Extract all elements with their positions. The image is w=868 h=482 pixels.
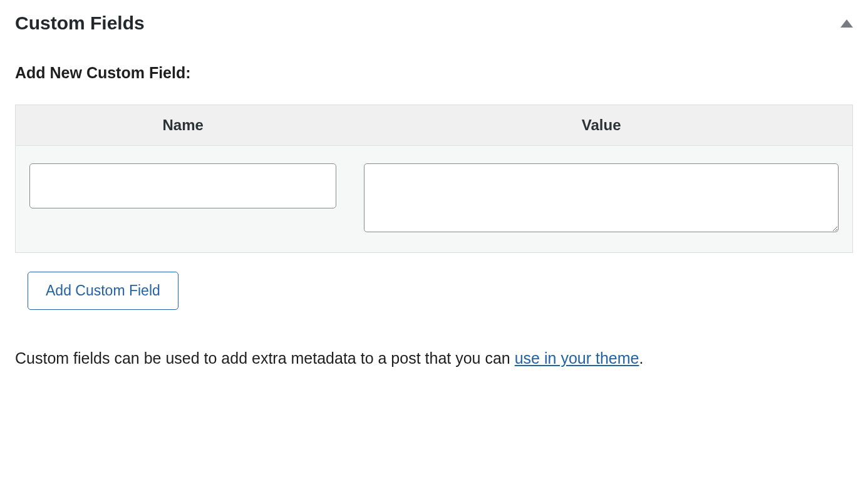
description-text-before: Custom fields can be used to add extra m… (15, 349, 515, 367)
table-input-row (16, 146, 853, 253)
table-header-row: Name Value (16, 105, 853, 146)
column-header-value: Value (350, 105, 852, 146)
value-textarea[interactable] (364, 163, 839, 232)
column-header-name: Name (16, 105, 351, 146)
add-custom-field-button[interactable]: Add Custom Field (28, 272, 178, 310)
name-input[interactable] (29, 163, 336, 208)
use-in-theme-link[interactable]: use in your theme (515, 349, 639, 367)
add-new-subheading: Add New Custom Field: (15, 64, 853, 82)
custom-fields-table: Name Value (15, 105, 853, 253)
collapse-up-icon[interactable] (840, 19, 853, 28)
panel-title: Custom Fields (15, 13, 145, 34)
description-text: Custom fields can be used to add extra m… (15, 346, 853, 371)
description-text-after: . (639, 349, 643, 367)
panel-header: Custom Fields (15, 13, 853, 34)
